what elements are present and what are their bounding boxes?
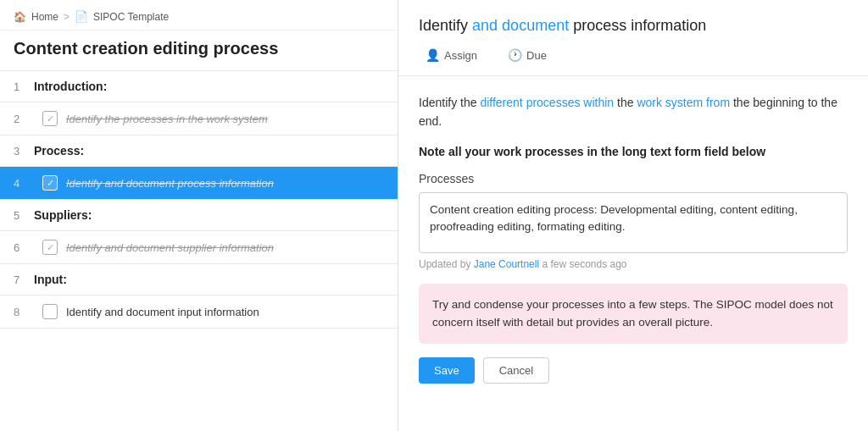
breadcrumb-sep: > xyxy=(64,11,70,23)
checkbox-4[interactable]: ✓ xyxy=(42,175,58,191)
due-button[interactable]: 🕐 Due xyxy=(501,45,554,65)
assign-icon: 👤 xyxy=(426,48,440,62)
right-panel: Identify and document process informatio… xyxy=(398,0,868,431)
cancel-button[interactable]: Cancel xyxy=(483,357,549,384)
due-icon: 🕐 xyxy=(508,48,522,62)
right-body: Identify the different processes within … xyxy=(398,76,868,431)
updated-by-name: Jane Courtnell xyxy=(474,258,539,270)
meta-row: 👤 Assign 🕐 Due xyxy=(419,45,848,65)
task-item-8[interactable]: 8 Identify and document input informatio… xyxy=(0,296,398,329)
due-label: Due xyxy=(526,49,547,62)
breadcrumb-home[interactable]: Home xyxy=(31,11,58,23)
updated-text: Updated by Jane Courtnell a few seconds … xyxy=(419,258,848,270)
hint-box: Try and condense your processes into a f… xyxy=(419,284,848,344)
task-item-2[interactable]: 2 ✓ Identify the processes in the work s… xyxy=(0,102,398,135)
right-header: Identify and document process informatio… xyxy=(398,0,868,76)
breadcrumb-template[interactable]: SIPOC Template xyxy=(93,11,169,23)
checkbox-2[interactable]: ✓ xyxy=(42,111,58,126)
checkbox-8[interactable] xyxy=(42,304,58,319)
task-item-4[interactable]: 4 ✓ Identify and document process inform… xyxy=(0,167,398,200)
note-text: Note all your work processes in the long… xyxy=(419,145,848,158)
assign-button[interactable]: 👤 Assign xyxy=(419,45,484,65)
group-header-introduction: 1 Introduction: xyxy=(0,71,398,102)
task-item-6[interactable]: 6 ✓ Identify and document supplier infor… xyxy=(0,231,398,264)
group-header-suppliers: 5 Suppliers: xyxy=(0,200,398,231)
task-list: 1 Introduction: 2 ✓ Identify the process… xyxy=(0,70,398,431)
left-panel: 🏠 Home > 📄 SIPOC Template Content creati… xyxy=(0,0,398,431)
right-title: Identify and document process informatio… xyxy=(419,17,848,35)
checkbox-6[interactable]: ✓ xyxy=(42,240,58,255)
home-icon: 🏠 xyxy=(14,11,26,23)
save-button[interactable]: Save xyxy=(419,357,475,384)
assign-label: Assign xyxy=(444,49,477,62)
processes-field[interactable]: Content creation editing process: Develo… xyxy=(419,192,848,253)
button-row: Save Cancel xyxy=(419,357,848,384)
page-title: Content creation editing process xyxy=(0,30,398,70)
group-header-input: 7 Input: xyxy=(0,264,398,296)
field-label: Processes xyxy=(419,172,848,185)
breadcrumb-doc-icon: 📄 xyxy=(75,10,88,23)
group-header-process: 3 Process: xyxy=(0,135,398,167)
description-text: Identify the different processes within … xyxy=(419,93,848,131)
breadcrumb: 🏠 Home > 📄 SIPOC Template xyxy=(0,0,398,30)
